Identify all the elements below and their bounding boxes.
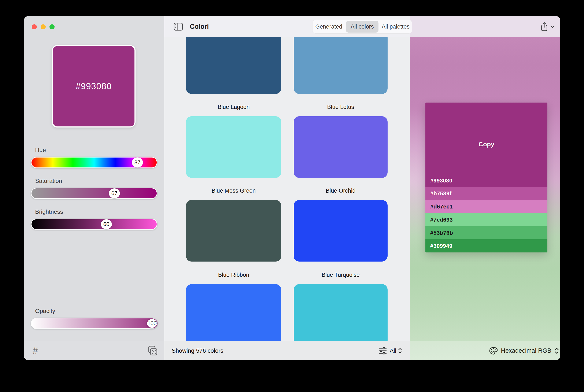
brightness-label: Brightness	[35, 208, 63, 216]
showing-count-text: Showing 576 colors	[172, 341, 223, 360]
copy-button[interactable]: Copy	[478, 140, 494, 148]
color-name-label: Blue Moss Green	[186, 186, 281, 196]
saturation-value: 67	[112, 190, 118, 197]
up-down-chevrons-icon	[398, 348, 402, 354]
traffic-lights	[32, 24, 54, 30]
color-swatch-partial[interactable]	[186, 37, 281, 94]
saturation-label: Saturation	[35, 177, 62, 185]
chevron-down-icon	[550, 25, 555, 28]
share-button[interactable]	[537, 21, 558, 32]
minimize-button[interactable]	[40, 24, 46, 30]
format-bar: Hexadecimal RGB	[410, 341, 560, 360]
opacity-slider-knob[interactable]: 100	[146, 318, 158, 328]
color-name-label: Blue Orchid	[293, 186, 388, 196]
palette-color-row[interactable]: #d67ec1	[426, 200, 548, 213]
opacity-value: 100	[147, 320, 156, 327]
palette-color-row[interactable]: #53b76b	[426, 226, 548, 239]
color-swatch[interactable]	[294, 116, 388, 178]
hue-label: Hue	[35, 146, 46, 154]
up-down-chevrons-icon	[554, 348, 559, 354]
view-segmented-control: Generated All colors All palettes	[312, 20, 412, 34]
color-swatch[interactable]	[186, 116, 281, 178]
color-swatch[interactable]	[294, 284, 388, 341]
page-title: Colori	[190, 16, 209, 37]
hue-slider[interactable]: 87	[31, 157, 157, 168]
color-swatch-partial[interactable]	[294, 37, 388, 94]
color-name-label: Blue Turquoise	[293, 270, 388, 280]
color-swatch[interactable]	[186, 284, 281, 341]
current-color-hex: #993080	[76, 81, 112, 91]
color-name-label: Blue Lagoon	[186, 102, 281, 112]
tab-all-colors[interactable]: All colors	[346, 21, 378, 32]
color-format-dropdown[interactable]: Hexadecimal RGB	[489, 347, 559, 355]
opacity-label: Opacity	[35, 307, 55, 315]
color-name-label: Blue Lotus	[293, 102, 388, 112]
artist-palette-icon	[489, 347, 498, 355]
filter-sliders-icon[interactable]	[377, 345, 389, 356]
palette-card: Copy #993080 #b7539f #d67ec1 #7ed693 #53…	[426, 102, 548, 252]
color-grid: Blue Lagoon Blue Lotus Blue Moss Green B…	[164, 37, 410, 341]
sidebar-toggle-icon[interactable]	[173, 22, 183, 32]
color-swatch[interactable]	[294, 200, 388, 262]
share-icon	[540, 22, 548, 32]
app-window: #993080 Hue 87 Saturation 67 Brightness …	[24, 16, 560, 360]
zoom-button[interactable]	[50, 24, 54, 30]
desktop-background: #993080 Hue 87 Saturation 67 Brightness …	[0, 0, 584, 392]
main-area: Colori Generated All colors All palettes	[164, 16, 560, 360]
brightness-value: 60	[104, 221, 110, 228]
dice-icon[interactable]	[146, 344, 160, 358]
tab-generated[interactable]: Generated	[312, 21, 345, 32]
tab-all-palettes[interactable]: All palettes	[379, 21, 412, 32]
hex-input-button[interactable]: #	[29, 344, 42, 358]
color-swatch[interactable]	[186, 200, 281, 262]
hue-value: 87	[134, 159, 140, 166]
saturation-slider-knob[interactable]: 67	[109, 188, 120, 198]
status-bar: Showing 576 colors All	[164, 341, 410, 360]
hue-slider-knob[interactable]: 87	[132, 158, 143, 168]
toolbar: Colori Generated All colors All palettes	[164, 16, 560, 37]
filter-dropdown-value: All	[390, 348, 396, 354]
current-color-swatch[interactable]: #993080	[52, 45, 136, 128]
palette-hex-label: #993080	[430, 178, 452, 184]
color-name-label: Blue Ribbon	[186, 270, 281, 280]
filter-dropdown[interactable]: All	[390, 341, 402, 360]
sidebar-footer: #	[24, 341, 164, 360]
color-format-value: Hexadecimal RGB	[501, 347, 552, 354]
close-button[interactable]	[32, 24, 37, 30]
palette-color-row[interactable]: #7ed693	[426, 213, 548, 226]
sidebar: #993080 Hue 87 Saturation 67 Brightness …	[24, 16, 164, 360]
palette-main-swatch[interactable]: Copy #993080	[426, 102, 548, 187]
brightness-slider-knob[interactable]: 60	[101, 219, 112, 229]
opacity-slider[interactable]: 100	[31, 318, 157, 329]
saturation-slider[interactable]: 67	[31, 188, 157, 199]
palette-color-row[interactable]: #309949	[426, 239, 548, 252]
brightness-slider[interactable]: 60	[31, 218, 157, 230]
palette-color-row[interactable]: #b7539f	[426, 187, 548, 200]
